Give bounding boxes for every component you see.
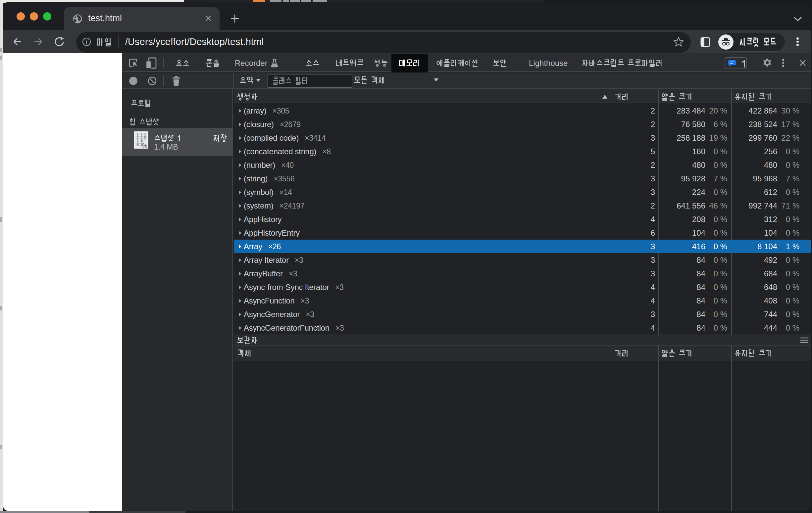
svg-text:%: % bbox=[142, 142, 147, 149]
svg-text:1: 1 bbox=[177, 134, 182, 143]
